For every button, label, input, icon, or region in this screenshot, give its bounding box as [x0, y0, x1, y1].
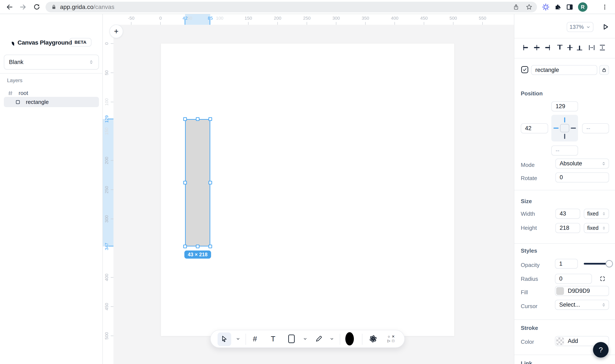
position-left-input[interactable]: 42 — [521, 123, 548, 133]
stroke-section-title: Stroke — [521, 325, 538, 331]
left-sidebar: Canvas Playground BETA Blank Layers root… — [0, 14, 103, 364]
beta-badge: BETA — [70, 38, 91, 47]
transparent-checker-swatch[interactable] — [556, 337, 564, 345]
anchor-left-tick[interactable] — [553, 128, 559, 129]
play-button[interactable] — [601, 23, 609, 31]
anchor-top-tick[interactable] — [564, 117, 565, 122]
ruler-label-selection-end: 85 — [208, 16, 213, 21]
extension-sunburst-button[interactable] — [539, 0, 552, 14]
cursor-value: Select... — [559, 301, 580, 308]
rectangle-tool-button[interactable] — [288, 335, 295, 343]
rotate-label: Rotate — [521, 175, 537, 182]
kebab-menu-icon — [601, 4, 608, 10]
pencil-icon — [315, 335, 322, 342]
cursor-tool-menu-button[interactable] — [236, 337, 240, 341]
width-input[interactable]: 43 — [555, 209, 580, 219]
node-active-checkbox[interactable] — [521, 66, 528, 73]
cursor-select[interactable]: Select... — [555, 300, 609, 310]
ruler-label: 200 — [104, 156, 109, 164]
align-vertical-center-button[interactable] — [566, 43, 574, 52]
add-scene-button[interactable]: + — [109, 25, 123, 38]
rotate-input[interactable]: 0 — [555, 172, 609, 182]
canvas-viewport[interactable]: -50 0 42 50 85 100 150 200 250 300 350 4… — [103, 14, 514, 364]
zoom-level-select[interactable]: 137% — [567, 22, 593, 32]
frame-tool-button[interactable]: # — [253, 335, 257, 343]
cursor-tool-button[interactable] — [221, 335, 228, 342]
address-bar[interactable]: app.grida.co/canvas — [45, 2, 537, 12]
node-name-input[interactable]: rectangle — [531, 65, 597, 75]
position-top-input[interactable]: 129 — [551, 101, 578, 111]
width-value: 43 — [560, 210, 566, 217]
corner-brackets-icon — [600, 276, 605, 282]
bookmark-star-icon[interactable] — [525, 3, 533, 11]
side-panel-button[interactable] — [563, 0, 576, 14]
resize-handle-se[interactable] — [209, 245, 212, 248]
ruler-label: 0 — [159, 16, 162, 21]
lock-node-button[interactable] — [599, 65, 609, 75]
link-section-title: Link — [521, 360, 532, 364]
ruler-label: 250 — [303, 16, 310, 21]
align-right-button[interactable] — [543, 43, 551, 52]
radius-input[interactable]: 0 — [555, 274, 592, 284]
cursor-label: Cursor — [521, 303, 537, 310]
width-mode-select[interactable]: fixed — [584, 209, 609, 219]
playground-games-button[interactable]: ○ ✕ ▷ □ — [387, 335, 395, 343]
opacity-input[interactable]: 1 — [555, 259, 578, 269]
sidebar-item-rectangle-layer[interactable]: rectangle — [4, 97, 99, 107]
rectangle-tool-icon — [288, 335, 295, 343]
resize-handle-ne[interactable] — [209, 117, 212, 121]
fill-color-field[interactable]: D9D9D9 — [555, 286, 609, 296]
position-bottom-input[interactable]: -- — [551, 145, 578, 156]
anchor-center-box[interactable] — [560, 124, 569, 132]
text-tool-button[interactable]: T — [271, 335, 275, 343]
distribute-horizontal-button[interactable] — [587, 43, 596, 52]
align-bottom-button[interactable] — [575, 43, 584, 52]
align-top-button[interactable] — [556, 43, 564, 52]
align-left-button[interactable] — [522, 43, 530, 52]
opacity-slider[interactable] — [584, 263, 609, 265]
resize-handle-w[interactable] — [183, 181, 187, 184]
hash-frame-icon — [8, 91, 13, 96]
ruler-label: 300 — [332, 16, 340, 21]
avatar[interactable]: R — [578, 2, 587, 12]
resize-handle-sw[interactable] — [183, 245, 187, 248]
extensions-button[interactable] — [551, 0, 564, 14]
resize-handle-nw[interactable] — [183, 117, 187, 121]
distribute-vertical-button[interactable] — [598, 43, 607, 52]
position-right-input[interactable]: -- — [582, 123, 609, 133]
triangle-glyph: ▷ — [387, 339, 391, 343]
color-swatch-button[interactable] — [345, 332, 354, 345]
pencil-tool-button[interactable] — [315, 335, 322, 342]
draw-tool-menu-button[interactable] — [330, 337, 334, 341]
position-anchor-widget[interactable] — [551, 115, 578, 142]
resize-handle-n[interactable] — [196, 117, 200, 121]
share-icon[interactable] — [513, 4, 519, 11]
anchor-right-tick[interactable] — [571, 128, 576, 129]
fill-color-swatch[interactable] — [556, 287, 564, 295]
browser-menu-button[interactable] — [598, 0, 611, 14]
sidebar-item-root-layer[interactable]: root — [4, 88, 99, 98]
selected-rectangle-node[interactable] — [185, 119, 210, 247]
mode-select[interactable]: Absolute — [555, 158, 609, 169]
sunburst-extension-icon — [542, 3, 550, 11]
position-left-value: 42 — [525, 125, 531, 132]
rectangle-layer-icon — [15, 100, 20, 104]
template-select[interactable]: Blank — [4, 55, 99, 70]
back-button[interactable] — [3, 0, 16, 14]
help-button[interactable]: ? — [593, 342, 609, 358]
height-input[interactable]: 218 — [555, 223, 580, 233]
resize-handle-s[interactable] — [196, 245, 200, 248]
layer-name: root — [19, 90, 28, 96]
corner-radius-detail-button[interactable] — [600, 276, 605, 282]
chevron-updown-icon — [89, 60, 94, 65]
resize-handle-e[interactable] — [209, 181, 212, 184]
opacity-slider-knob[interactable] — [606, 260, 613, 267]
zoom-level-value: 137% — [570, 24, 584, 30]
shape-tool-menu-button[interactable] — [303, 337, 307, 341]
forward-button[interactable] — [16, 0, 29, 14]
reload-button[interactable] — [30, 0, 43, 14]
ai-assistant-button[interactable] — [369, 334, 377, 343]
height-mode-select[interactable]: fixed — [584, 223, 609, 233]
align-horizontal-center-button[interactable] — [532, 43, 541, 52]
anchor-bottom-tick[interactable] — [564, 134, 565, 139]
